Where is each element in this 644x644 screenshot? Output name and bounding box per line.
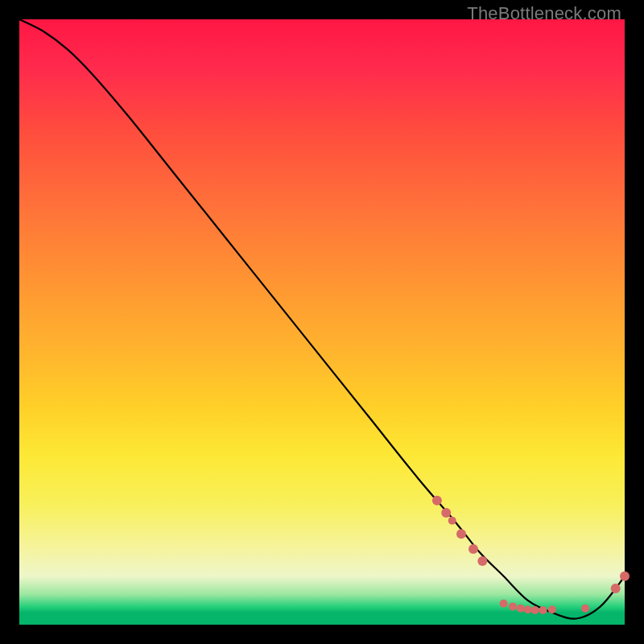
- highlight-dot: [531, 606, 539, 614]
- highlight-dot: [477, 556, 487, 566]
- highlight-dot: [539, 606, 547, 614]
- highlight-dot: [620, 572, 630, 581]
- highlight-dot: [432, 496, 442, 506]
- highlight-dot: [500, 600, 508, 608]
- chart-svg: [19, 19, 625, 625]
- highlight-dot: [517, 605, 525, 613]
- highlight-dots-group: [432, 496, 630, 614]
- highlight-dot: [548, 605, 556, 613]
- highlight-dot: [448, 517, 456, 525]
- chart-frame: [19, 19, 625, 625]
- highlight-dot: [469, 544, 478, 554]
- highlight-dot: [456, 529, 466, 539]
- highlight-dot: [441, 508, 451, 518]
- bottleneck-curve-line: [19, 19, 625, 619]
- highlight-dot: [524, 605, 532, 613]
- highlight-dot: [611, 584, 621, 593]
- highlight-dot: [581, 605, 589, 613]
- highlight-dot: [509, 602, 517, 610]
